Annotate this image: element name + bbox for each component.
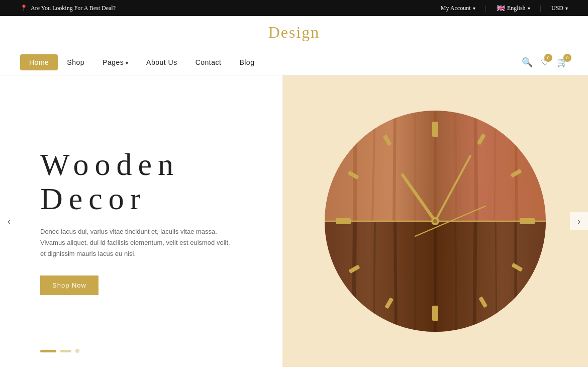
svg-line-6 [394, 111, 395, 221]
svg-line-11 [495, 111, 496, 221]
nav-contact[interactable]: Contact [186, 51, 231, 73]
flag-icon: 🇬🇧 [497, 4, 505, 13]
header: Design [0, 16, 588, 49]
my-account-link[interactable]: My Account ▾ [441, 5, 475, 12]
carousel-dots [40, 349, 79, 353]
wishlist-icon[interactable]: ♡ 0 [541, 57, 549, 68]
svg-line-20 [496, 221, 497, 332]
svg-line-18 [455, 221, 456, 332]
hero-right-panel [282, 75, 588, 367]
account-chevron: ▾ [473, 6, 475, 11]
currency-selector[interactable]: USD ▾ [551, 5, 568, 12]
cart-icon[interactable]: 🛒 0 [557, 57, 568, 68]
nav-home[interactable]: Home [20, 54, 58, 70]
svg-line-14 [374, 221, 375, 332]
nav-links: Home Shop Pages About Us Contact Blog [20, 51, 522, 73]
hero-section: ‹ Wooden Decor Donec lacus dui, varius v… [0, 75, 588, 367]
svg-line-9 [455, 111, 456, 221]
hero-left-panel: Wooden Decor Donec lacus dui, varius vit… [0, 75, 282, 367]
promo-text-container: 📍 Are You Looking For A Best Deal? [20, 5, 116, 12]
nav-shop[interactable]: Shop [58, 51, 93, 73]
hero-description: Donec lacus dui, varius vitae tincidunt … [40, 226, 231, 259]
dot-1[interactable] [40, 350, 56, 352]
top-bar-right: My Account ▾ | 🇬🇧 English ▾ | USD ▾ [441, 4, 568, 13]
wishlist-badge: 0 [544, 54, 552, 62]
carousel-next-button[interactable]: › [570, 212, 588, 230]
svg-rect-32 [336, 218, 351, 224]
divider-1: | [485, 5, 486, 12]
svg-rect-26 [520, 218, 535, 224]
svg-line-15 [395, 221, 396, 332]
svg-point-39 [433, 219, 437, 223]
svg-line-19 [474, 221, 475, 332]
promo-text: Are You Looking For A Best Deal? [31, 5, 116, 12]
divider-2: | [540, 5, 541, 12]
svg-line-10 [475, 111, 476, 221]
svg-line-13 [354, 221, 355, 332]
nav-pages[interactable]: Pages [93, 51, 137, 73]
svg-rect-23 [432, 122, 438, 137]
language-selector[interactable]: 🇬🇧 English ▾ [497, 4, 530, 13]
currency-chevron: ▾ [565, 6, 568, 11]
language-chevron: ▾ [528, 6, 530, 11]
carousel-prev-button[interactable]: ‹ [0, 212, 18, 230]
nav-about[interactable]: About Us [137, 51, 186, 73]
nav-blog[interactable]: Blog [230, 51, 263, 73]
main-nav: Home Shop Pages About Us Contact Blog 🔍 … [0, 49, 588, 75]
dot-3[interactable] [75, 349, 79, 353]
site-logo[interactable]: Design [203, 23, 385, 42]
svg-rect-29 [432, 306, 438, 321]
svg-line-12 [516, 111, 517, 221]
search-icon[interactable]: 🔍 [522, 57, 533, 68]
location-icon: 📍 [20, 5, 28, 12]
nav-icons: 🔍 ♡ 0 🛒 0 [522, 57, 568, 68]
dot-2[interactable] [60, 350, 71, 352]
hero-title: Wooden Decor [40, 147, 252, 216]
cart-badge: 0 [563, 54, 571, 62]
top-bar: 📍 Are You Looking For A Best Deal? My Ac… [0, 0, 588, 16]
logo-text: Design [268, 23, 320, 41]
shop-now-button[interactable]: Shop Now [40, 275, 99, 295]
clock-image [315, 101, 556, 342]
